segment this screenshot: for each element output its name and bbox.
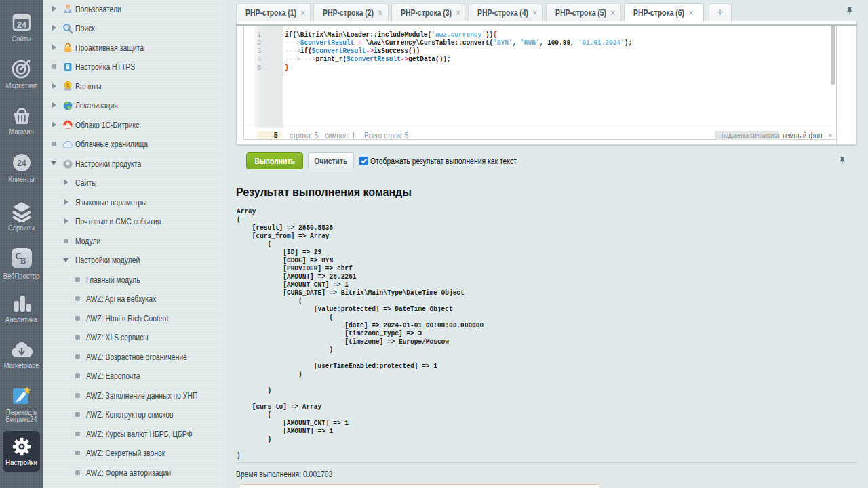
- svg-text:B: B: [20, 256, 26, 266]
- svg-text:$: $: [66, 82, 70, 88]
- svg-text:24: 24: [17, 159, 26, 168]
- svg-text:24: 24: [16, 20, 26, 30]
